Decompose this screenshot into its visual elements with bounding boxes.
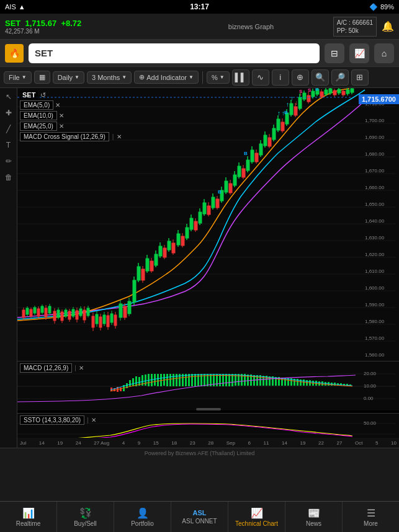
- svg-rect-232: [194, 374, 196, 386]
- time-label: 13:17: [190, 2, 209, 11]
- chart-tools: ↖ ✚ ╱ T ✏ 🗑: [0, 88, 17, 448]
- x-label-sep: Sep: [226, 440, 235, 446]
- period-button[interactable]: Daily▼: [53, 71, 84, 84]
- x-label-11: 11: [264, 440, 269, 446]
- chart-icon[interactable]: 📈: [349, 43, 369, 63]
- svg-text:10.00: 10.00: [364, 383, 377, 389]
- ema25-remove[interactable]: ✕: [59, 123, 64, 130]
- main-chart: SET ↺ EMA(5,0) ✕ EMA(10,0) ✕ EMA(25,0) ✕…: [17, 88, 399, 361]
- x-label-sep14: 14: [282, 440, 287, 446]
- battery-label: 89%: [380, 3, 394, 11]
- macd-signal-remove[interactable]: ✕: [117, 133, 122, 140]
- news-icon: 📰: [308, 507, 320, 519]
- svg-text:1,700.00: 1,700.00: [365, 118, 385, 123]
- zoom-in-icon[interactable]: 🔍: [312, 69, 329, 86]
- nav-realtime[interactable]: 📊 Realtime: [0, 502, 57, 532]
- buysell-icon: 💱: [79, 507, 92, 519]
- svg-text:20.00: 20.00: [364, 371, 377, 376]
- macd-remove[interactable]: ✕: [79, 365, 84, 371]
- chart-title-label: SET: [20, 91, 38, 99]
- text-tool[interactable]: T: [2, 139, 15, 151]
- x-label-aug: 27 Aug: [94, 440, 109, 446]
- file-button[interactable]: File▼: [4, 71, 32, 84]
- realtime-icon: 📊: [22, 507, 35, 519]
- svg-text:1,620.00: 1,620.00: [365, 252, 385, 257]
- x-label-6: 6: [248, 440, 251, 446]
- nav-technical[interactable]: 📈 Technical Chart: [228, 502, 285, 532]
- nav-more[interactable]: ☰ More: [343, 502, 399, 532]
- set-volume: 42,257.36 M: [5, 28, 169, 35]
- range-button[interactable]: 3 Months▼: [87, 71, 132, 84]
- x-label-28: 28: [208, 440, 213, 446]
- notification-bell-icon[interactable]: 🔔: [382, 20, 394, 32]
- add-indicator-button[interactable]: ⊕ Add Indicator▼: [134, 71, 199, 84]
- nav-portfolio[interactable]: 👤 Portfolio: [114, 502, 171, 532]
- macd-chart: MACD (12,26,9) | ✕: [17, 361, 399, 410]
- x-label-15: 15: [153, 440, 159, 446]
- nav-asl[interactable]: ASL ASL ONNET: [171, 502, 228, 532]
- scale-button[interactable]: %▼: [207, 71, 230, 84]
- technical-icon: 📈: [251, 507, 263, 519]
- home-icon[interactable]: ⌂: [374, 43, 394, 63]
- delete-tool[interactable]: 🗑: [2, 171, 15, 184]
- header-subtitle: biznews Graph: [169, 23, 333, 30]
- x-label-14: 14: [39, 440, 45, 446]
- crosshair-icon[interactable]: ⊕: [292, 69, 309, 86]
- ssto-remove[interactable]: ✕: [91, 417, 96, 423]
- status-bar: AIS ▲ 13:17 🔷 89%: [0, 0, 399, 14]
- info-icon[interactable]: i: [272, 69, 289, 86]
- svg-text:1,560.00: 1,560.00: [365, 352, 385, 358]
- svg-text:↑: ↑: [277, 110, 280, 117]
- svg-rect-211: [129, 380, 131, 386]
- x-label-27: 27: [337, 440, 343, 446]
- ema10-remove[interactable]: ✕: [59, 112, 64, 119]
- x-label-10: 10: [391, 440, 397, 446]
- ssto-label: SSTO (14,3,3,80,20): [20, 415, 84, 425]
- svg-text:1,600.00: 1,600.00: [365, 285, 385, 291]
- svg-text:↑: ↑: [290, 95, 294, 102]
- nav-technical-label: Technical Chart: [235, 520, 278, 527]
- macd-label: MACD (12,26,9): [20, 363, 72, 373]
- macd-resize-handle[interactable]: [196, 408, 221, 410]
- bar-chart-icon[interactable]: ▌▌: [232, 69, 249, 86]
- x-label-jul: Jul: [20, 440, 26, 446]
- x-label-4: 4: [122, 440, 125, 446]
- nav-buysell[interactable]: 💱 Buy/Sell: [57, 502, 114, 532]
- carrier-label: AIS: [5, 3, 16, 11]
- svg-text:S: S: [308, 88, 312, 93]
- svg-text:1,580.00: 1,580.00: [365, 319, 385, 324]
- more-icon: ☰: [367, 507, 375, 519]
- barcode-icon[interactable]: ⊟: [325, 43, 344, 63]
- draw-line-tool[interactable]: ╱: [2, 123, 15, 135]
- nav-asl-label: ASL ONNET: [182, 518, 217, 525]
- grid-icon[interactable]: ⊞: [351, 69, 369, 86]
- logo-button[interactable]: 🔥: [5, 44, 24, 63]
- chart-overlay: SET ↺ EMA(5,0) ✕ EMA(10,0) ✕ EMA(25,0) ✕…: [20, 91, 122, 141]
- portfolio-icon: 👤: [137, 507, 149, 519]
- nav-realtime-label: Realtime: [16, 520, 40, 527]
- crosshair-tool[interactable]: ✚: [2, 107, 15, 119]
- svg-text:↓: ↓: [299, 90, 302, 97]
- svg-text:1,650.00: 1,650.00: [365, 202, 385, 207]
- area-chart-icon[interactable]: ∿: [252, 69, 269, 86]
- x-label-24: 24: [76, 440, 81, 446]
- x-axis: Jul 14 19 24 27 Aug 4 9 15 18 23 28 Sep …: [17, 438, 399, 448]
- refresh-icon[interactable]: ↺: [40, 91, 46, 99]
- x-label-19: 19: [57, 440, 63, 446]
- svg-text:B: B: [315, 88, 319, 92]
- svg-text:↑: ↑: [286, 101, 289, 108]
- candle-type-button[interactable]: ▦: [34, 71, 50, 84]
- asl-icon: ASL: [193, 509, 207, 516]
- wifi-icon: ▲: [19, 3, 25, 11]
- svg-text:1,680.00: 1,680.00: [365, 151, 385, 157]
- svg-rect-247: [241, 374, 243, 386]
- search-input[interactable]: [29, 43, 320, 63]
- pointer-tool[interactable]: ↖: [2, 91, 15, 103]
- nav-news[interactable]: 📰 News: [285, 502, 343, 532]
- pencil-tool[interactable]: ✏: [2, 155, 15, 167]
- ema5-remove[interactable]: ✕: [55, 102, 60, 109]
- svg-rect-223: [166, 374, 168, 386]
- svg-text:1,610.00: 1,610.00: [365, 268, 385, 274]
- zoom-out-icon[interactable]: 🔎: [331, 69, 349, 86]
- svg-rect-212: [132, 378, 134, 386]
